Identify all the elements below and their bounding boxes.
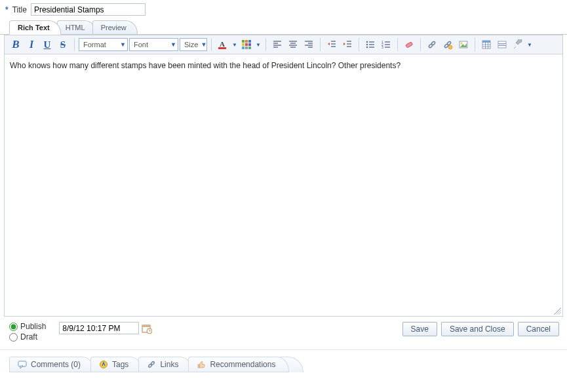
editor-content[interactable]: Who knows how many different stamps have… — [4, 54, 563, 317]
svg-rect-8 — [242, 47, 244, 49]
required-indicator: * — [5, 5, 9, 14]
save-and-close-button[interactable]: Save and Close — [441, 322, 514, 336]
publish-date-input[interactable] — [59, 322, 139, 334]
italic-button[interactable]: I — [24, 38, 39, 51]
draft-radio-row[interactable]: Draft — [9, 332, 46, 342]
svg-point-46 — [444, 43, 448, 48]
svg-point-32 — [366, 44, 368, 46]
thumbs-up-icon — [197, 360, 206, 369]
align-center-button[interactable] — [286, 38, 300, 51]
tab-comments[interactable]: Comments (0) — [9, 357, 94, 372]
separator — [74, 38, 75, 51]
svg-marker-30 — [343, 43, 345, 45]
publish-date-wrap — [59, 322, 152, 334]
remove-format-button[interactable] — [402, 38, 416, 51]
svg-rect-2 — [242, 40, 244, 43]
text-color-button[interactable]: A — [216, 38, 230, 51]
chevron-down-icon: ▼ — [201, 41, 206, 48]
footer-row: Publish Draft Save Save and Close Cancel — [0, 317, 567, 344]
comment-icon — [18, 360, 27, 369]
title-row: * Title — [0, 0, 567, 19]
svg-point-31 — [366, 41, 368, 43]
editor-toolbar: B I U S Format▼ Font▼ Size▼ A ▼ ▼ 123 — [4, 35, 563, 54]
unordered-list-button[interactable] — [363, 38, 378, 51]
svg-point-47 — [446, 41, 451, 45]
indent-button[interactable] — [340, 38, 355, 51]
underline-button[interactable]: U — [40, 38, 54, 51]
bottom-tabs: Comments (0) Tags Links Recommendations — [0, 349, 567, 372]
title-input[interactable] — [31, 3, 146, 16]
calendar-icon[interactable] — [142, 323, 152, 334]
svg-rect-4 — [248, 40, 251, 43]
ordered-list-button[interactable]: 123 — [379, 38, 393, 51]
svg-point-48 — [448, 45, 452, 49]
tools-dropdown[interactable]: ▼ — [526, 38, 533, 51]
publish-radio-row[interactable]: Publish — [9, 322, 46, 331]
svg-point-33 — [366, 47, 368, 49]
editor-text: Who knows how many different stamps have… — [10, 61, 401, 70]
size-select[interactable]: Size▼ — [180, 38, 207, 51]
draft-label: Draft — [20, 332, 37, 342]
svg-rect-43 — [406, 42, 413, 48]
svg-rect-1 — [218, 47, 226, 49]
tab-rich-text[interactable]: Rich Text — [9, 20, 61, 35]
insert-link-button[interactable] — [425, 38, 439, 51]
svg-point-44 — [428, 43, 433, 48]
insert-row-button[interactable] — [495, 38, 509, 51]
font-select-label: Font — [134, 41, 148, 49]
svg-rect-5 — [242, 43, 244, 46]
cancel-button[interactable]: Cancel — [518, 322, 559, 336]
insert-image-button[interactable] — [456, 38, 471, 51]
tab-tags[interactable]: Tags — [90, 357, 142, 372]
svg-marker-68 — [20, 366, 23, 368]
separator — [475, 38, 475, 51]
tab-html[interactable]: HTML — [57, 20, 96, 34]
bold-button[interactable]: B — [9, 38, 23, 51]
outdent-button[interactable] — [324, 38, 339, 51]
align-right-button[interactable] — [302, 38, 316, 51]
link-icon — [147, 360, 156, 369]
font-select[interactable]: Font▼ — [129, 38, 178, 51]
tab-recommendations[interactable]: Recommendations — [188, 357, 289, 372]
separator — [420, 38, 421, 51]
publish-label: Publish — [20, 322, 46, 331]
bg-color-button[interactable] — [239, 38, 254, 51]
svg-rect-72 — [198, 364, 199, 368]
svg-rect-3 — [245, 40, 248, 43]
tab-preview[interactable]: Preview — [92, 20, 138, 34]
svg-point-71 — [151, 361, 155, 365]
tab-links-label: Links — [160, 360, 178, 369]
tab-links[interactable]: Links — [138, 357, 192, 372]
size-select-label: Size — [184, 41, 198, 49]
editor-tabs: Rich Text HTML Preview — [0, 19, 567, 35]
align-left-button[interactable] — [270, 38, 284, 51]
resize-grip[interactable] — [552, 305, 561, 315]
svg-point-45 — [431, 41, 435, 45]
draft-radio[interactable] — [9, 333, 18, 342]
chevron-down-icon: ▼ — [170, 41, 176, 48]
format-select[interactable]: Format▼ — [79, 38, 128, 51]
bg-color-dropdown[interactable]: ▼ — [255, 38, 262, 51]
svg-point-51 — [461, 43, 463, 45]
insert-doclink-button[interactable] — [440, 38, 455, 51]
svg-marker-26 — [328, 43, 330, 45]
title-label: Title — [12, 5, 27, 14]
action-buttons: Save Save and Close Cancel — [402, 322, 559, 336]
text-color-dropdown[interactable]: ▼ — [231, 38, 238, 51]
svg-rect-7 — [248, 43, 251, 46]
separator — [265, 38, 266, 51]
tools-button[interactable] — [511, 38, 525, 51]
tab-comments-label: Comments (0) — [31, 360, 81, 369]
insert-table-button[interactable] — [479, 38, 494, 51]
publish-radio[interactable] — [9, 323, 18, 331]
svg-rect-9 — [245, 47, 248, 49]
chevron-down-icon: ▼ — [120, 41, 126, 48]
tags-icon — [99, 360, 108, 369]
svg-rect-6 — [245, 43, 248, 46]
publish-options: Publish Draft — [9, 322, 46, 342]
save-button[interactable]: Save — [402, 322, 437, 336]
tab-recommendations-label: Recommendations — [210, 360, 275, 369]
svg-rect-10 — [248, 47, 251, 49]
strikethrough-button[interactable]: S — [56, 38, 70, 51]
tab-tags-label: Tags — [112, 360, 128, 369]
